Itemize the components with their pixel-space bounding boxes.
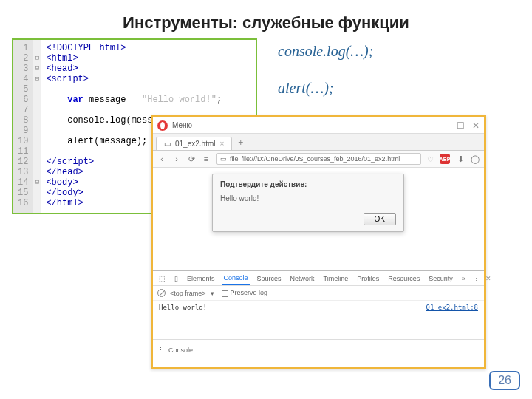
alert-message: Hello world! <box>220 194 396 202</box>
console-log-message: Hello world! <box>159 304 207 336</box>
frame-selector-chevron-icon[interactable]: ▾ <box>211 290 214 297</box>
devtools-inspect-icon[interactable]: ⬚ <box>157 273 167 284</box>
profile-icon[interactable]: ◯ <box>471 154 480 164</box>
browser-viewport: Подтвердите действие: Hello world! OK <box>153 168 484 270</box>
tab-title: 01_ex2.html <box>175 140 215 148</box>
browser-tab[interactable]: ▭ 01_ex2.html × <box>156 137 232 150</box>
console-log-source-link[interactable]: 01_ex2.html:8 <box>426 304 478 336</box>
js-alert-dialog: Подтвердите действие: Hello world! OK <box>212 174 404 232</box>
devtools-tabstrip: ⬚ ▯ Elements Console Sources Network Tim… <box>153 271 484 286</box>
devtools-tab-sources[interactable]: Sources <box>256 273 283 284</box>
drawer-console-label[interactable]: Console <box>168 347 193 354</box>
devtools-console-toolbar: <top frame> ▾ Preserve log <box>153 286 484 301</box>
new-tab-button[interactable]: + <box>232 135 249 150</box>
slide-title: Инструменты: служебные функции <box>0 13 532 33</box>
devtools-tab-security[interactable]: Security <box>427 273 454 284</box>
address-bar[interactable]: ▭ file file:///D:/OneDrive/JS_courses_fe… <box>216 153 421 165</box>
preserve-log-label: Preserve log <box>231 289 268 296</box>
abp-badge-icon[interactable]: ABP <box>440 154 450 164</box>
url-scheme-icon: ▭ <box>220 155 227 163</box>
browser-titlebar: Меню — ☐ ✕ <box>153 117 484 134</box>
devtools-tab-resources[interactable]: Resources <box>386 273 421 284</box>
clear-console-icon[interactable] <box>157 289 166 297</box>
devtools-overflow-icon[interactable]: » <box>460 273 467 284</box>
url-scheme-label: file <box>230 155 239 163</box>
devtools-close-icon[interactable]: ✕ <box>485 275 491 282</box>
browser-window: Меню — ☐ ✕ ▭ 01_ex2.html × + ‹ › ⟳ ≡ ▭ f… <box>151 115 486 369</box>
reload-icon[interactable]: ⟳ <box>187 154 196 164</box>
tab-close-icon[interactable]: × <box>219 140 224 148</box>
download-icon[interactable]: ⬇ <box>456 154 465 164</box>
browser-toolbar: ‹ › ⟳ ≡ ▭ file file:///D:/OneDrive/JS_co… <box>153 150 484 168</box>
code-gutter: 12345678910111213141516 <box>13 40 33 213</box>
favorite-icon[interactable]: ♡ <box>427 155 434 163</box>
console-output: Hello world! 01_ex2.html:8 <box>153 301 484 339</box>
devtools-tab-network[interactable]: Network <box>289 273 316 284</box>
window-minimize-icon[interactable]: — <box>440 120 449 131</box>
devtools-settings-icon[interactable]: ⋮ <box>473 275 480 282</box>
devtools-drawer: ⋮ Console <box>153 339 484 360</box>
back-icon[interactable]: ‹ <box>157 154 166 163</box>
callout-console-log: console.log(…); <box>278 43 373 60</box>
browser-tab-strip: ▭ 01_ex2.html × + <box>153 134 484 150</box>
window-maximize-icon[interactable]: ☐ <box>457 120 465 131</box>
devtools-device-icon[interactable]: ▯ <box>173 273 180 284</box>
alert-ok-button[interactable]: OK <box>364 213 396 225</box>
frame-selector[interactable]: <top frame> <box>170 290 206 297</box>
opera-logo-icon <box>157 120 168 131</box>
home-icon[interactable]: ≡ <box>202 154 211 163</box>
url-text: file:///D:/OneDrive/JS_courses_feb_2016/… <box>242 155 417 163</box>
code-fold-column: ⊟⊟⊟⊟ <box>33 40 41 213</box>
devtools-tab-timeline[interactable]: Timeline <box>322 273 350 284</box>
devtools-tab-elements[interactable]: Elements <box>185 273 216 284</box>
browser-menu-label[interactable]: Меню <box>172 121 192 129</box>
window-close-icon[interactable]: ✕ <box>472 120 480 131</box>
devtools-panel: ⬚ ▯ Elements Console Sources Network Tim… <box>153 270 484 360</box>
drawer-settings-icon[interactable]: ⋮ <box>157 347 164 354</box>
tab-favicon-icon: ▭ <box>164 140 171 148</box>
devtools-tab-profiles[interactable]: Profiles <box>355 273 381 284</box>
alert-title: Подтвердите действие: <box>220 180 396 188</box>
page-number-badge: 26 <box>489 371 520 390</box>
forward-icon[interactable]: › <box>172 154 181 163</box>
devtools-tab-console[interactable]: Console <box>222 272 250 285</box>
preserve-log-checkbox[interactable] <box>222 290 228 297</box>
callout-alert: alert(…); <box>278 80 334 97</box>
